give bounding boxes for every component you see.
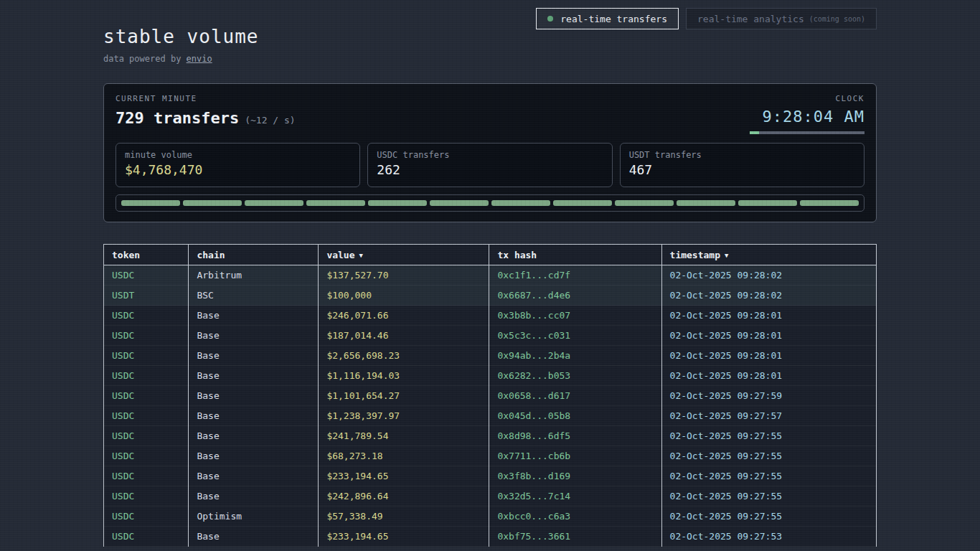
minute-segment [738,200,797,206]
table-row: USDCBase$68,273.180x7711...cb6b02-Oct-20… [104,446,877,466]
table-row: USDCBase$233,194.650x3f8b...d16902-Oct-2… [104,466,877,486]
timestamp-cell: 02-Oct-2025 09:27:59 [661,386,876,406]
sort-descending-icon: ▼ [359,252,363,259]
minute-segments [116,194,864,212]
value-cell: $2,656,698.23 [319,346,489,366]
stat-minute-volume: minute volume $4,768,470 [116,143,360,187]
envio-link[interactable]: envio [187,54,212,64]
token-cell: USDC [104,326,189,346]
tx-hash-link[interactable]: 0x7711...cb6b [489,446,661,466]
minute-segment [800,200,859,206]
tx-hash-link[interactable]: 0x8d98...6df5 [489,426,661,446]
tx-hash-link[interactable]: 0x94ab...2b4a [489,346,661,366]
clock-time: 9:28:04 AM [750,108,864,126]
tx-hash-link[interactable]: 0x6687...d4e6 [489,286,661,306]
tx-hash-link[interactable]: 0xbf75...3661 [489,527,661,547]
value-cell: $242,896.64 [319,486,489,507]
chain-cell: Base [189,527,319,547]
transfers-summary: CURRENT MINUTE 729 transfers(~12 / s) [116,94,296,127]
token-cell: USDC [104,486,189,507]
timestamp-cell: 02-Oct-2025 09:27:55 [661,507,876,527]
tx-hash-link[interactable]: 0x3b8b...cc07 [489,306,661,326]
token-cell: USDC [104,346,189,366]
tx-hash-link[interactable]: 0x5c3c...c031 [489,326,661,346]
column-header-value[interactable]: value▼ [319,245,489,265]
tx-hash-link[interactable]: 0x0658...d617 [489,386,661,406]
chain-cell: Base [189,466,319,486]
table-row: USDCBase$1,101,654.270x0658...d61702-Oct… [104,386,877,406]
stat-value: 467 [629,162,855,177]
column-label: chain [197,250,225,260]
timestamp-cell: 02-Oct-2025 09:28:01 [661,366,876,386]
tx-hash-link[interactable]: 0x3f8b...d169 [489,466,661,486]
value-cell: $68,273.18 [319,446,489,466]
token-cell: USDC [104,386,189,406]
value-cell: $187,014.46 [319,326,489,346]
transfers-table-wrap: tokenchainvalue▼tx hashtimestamp▼ USDCAr… [103,244,877,547]
tx-hash-link[interactable]: 0xbcc0...c6a3 [489,507,661,527]
minute-segment [183,200,242,206]
view-tabs: real-time transfers real-time analytics … [536,8,877,29]
value-cell: $100,000 [319,286,489,306]
token-cell: USDT [104,286,189,306]
timestamp-cell: 02-Oct-2025 09:27:55 [661,466,876,486]
timestamp-cell: 02-Oct-2025 09:28:01 [661,306,876,326]
chain-cell: Base [189,446,319,466]
column-header-timestamp[interactable]: timestamp▼ [661,245,876,265]
tab-label: real-time transfers [560,14,667,24]
chain-cell: BSC [189,286,319,306]
table-row: USDCBase$241,789.540x8d98...6df502-Oct-2… [104,426,877,446]
panel-top-row: CURRENT MINUTE 729 transfers(~12 / s) CL… [116,94,864,138]
tab-realtime-analytics[interactable]: real-time analytics (coming soon) [686,8,877,29]
tx-hash-link[interactable]: 0x045d...05b8 [489,406,661,426]
transfers-count-text: 729 transfers [116,109,239,127]
transfers-table-body: USDCArbitrum$137,527.700xc1f1...cd7f02-O… [104,265,877,547]
table-row: USDCBase$233,194.650xbf75...366102-Oct-2… [104,527,877,547]
chain-cell: Base [189,406,319,426]
column-header-tx-hash: tx hash [489,245,661,265]
transfers-count: 729 transfers(~12 / s) [116,109,296,127]
tx-hash-link[interactable]: 0x32d5...7c14 [489,486,661,507]
chain-cell: Arbitrum [189,265,319,286]
value-cell: $1,101,654.27 [319,386,489,406]
table-row: USDCBase$2,656,698.230x94ab...2b4a02-Oct… [104,346,877,366]
token-cell: USDC [104,426,189,446]
chain-cell: Base [189,346,319,366]
table-row: USDTBSC$100,0000x6687...d4e602-Oct-2025 … [104,286,877,306]
tab-label: real-time analytics [697,14,804,24]
chain-cell: Base [189,326,319,346]
minute-segment [430,200,489,206]
section-label: CURRENT MINUTE [116,94,296,103]
timestamp-cell: 02-Oct-2025 09:27:55 [661,486,876,507]
tab-realtime-transfers[interactable]: real-time transfers [536,8,679,29]
column-label: token [112,250,140,260]
timestamp-cell: 02-Oct-2025 09:28:02 [661,286,876,306]
tx-hash-link[interactable]: 0x6282...b053 [489,366,661,386]
stat-usdt-transfers: USDT transfers 467 [620,143,864,187]
table-row: USDCOptimism$57,338.490xbcc0...c6a302-Oc… [104,507,877,527]
coming-soon-badge: (coming soon) [809,15,865,23]
transfers-table: tokenchainvalue▼tx hashtimestamp▼ USDCAr… [103,244,877,547]
powered-by: data powered by envio [103,54,877,64]
clock-progress-track [750,131,864,134]
stat-value: $4,768,470 [125,162,351,177]
table-row: USDCArbitrum$137,527.700xc1f1...cd7f02-O… [104,265,877,286]
minute-segment [677,200,735,206]
clock-progress-fill [750,131,759,134]
clock-label: CLOCK [750,94,864,103]
page: stable volume data powered by envio real… [103,0,877,547]
minute-segment [491,200,550,206]
timestamp-cell: 02-Oct-2025 09:27:55 [661,426,876,446]
chain-cell: Base [189,366,319,386]
current-minute-panel: CURRENT MINUTE 729 transfers(~12 / s) CL… [103,83,877,222]
tx-hash-link[interactable]: 0xc1f1...cd7f [489,265,661,286]
minute-segment [615,200,674,206]
value-cell: $1,238,397.97 [319,406,489,426]
table-row: USDCBase$1,238,397.970x045d...05b802-Oct… [104,406,877,426]
token-cell: USDC [104,265,189,286]
token-cell: USDC [104,466,189,486]
column-header-token: token [104,245,189,265]
value-cell: $233,194.65 [319,466,489,486]
table-row: USDCBase$246,071.660x3b8b...cc0702-Oct-2… [104,306,877,326]
table-row: USDCBase$242,896.640x32d5...7c1402-Oct-2… [104,486,877,507]
